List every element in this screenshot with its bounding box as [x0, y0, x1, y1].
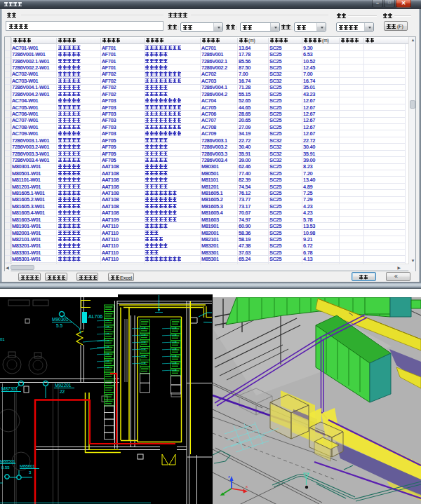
- svg-text:M87301: M87301: [1, 386, 18, 391]
- svg-text:M88601: M88601: [20, 464, 35, 468]
- svg-text:x: x: [246, 484, 248, 489]
- svg-text:M88501: M88501: [0, 459, 15, 463]
- svg-text:AL706: AL706: [88, 314, 102, 319]
- svg-text:0.55: 0.55: [1, 465, 10, 470]
- svg-text:01: 01: [0, 337, 5, 341]
- svg-text:22: 22: [60, 389, 65, 394]
- svg-text:M90301: M90301: [52, 317, 69, 322]
- svg-text:M92201: M92201: [55, 383, 72, 388]
- svg-text:z: z: [228, 475, 230, 479]
- svg-text:5.5: 5.5: [56, 323, 62, 328]
